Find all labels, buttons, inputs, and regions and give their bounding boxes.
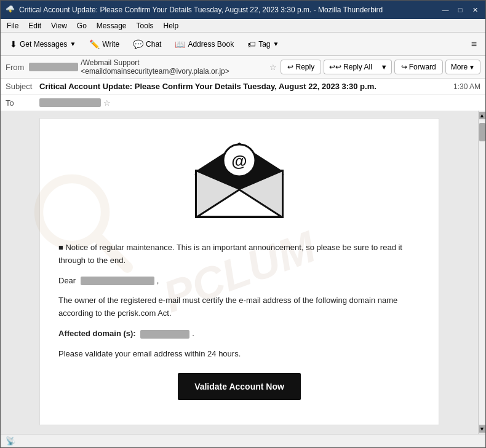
- email-icon-container: @ @: [58, 131, 420, 229]
- menu-help[interactable]: Help: [160, 20, 183, 31]
- close-button[interactable]: ✕: [469, 6, 480, 14]
- reply-button[interactable]: ↩ Reply: [281, 60, 321, 74]
- status-bar: 📡: [1, 434, 485, 447]
- email-inner-content: @ @ ■ Notice of regula: [58, 131, 420, 400]
- reply-icon: ↩: [287, 63, 293, 71]
- from-section: From /Webmail Support <emaildomainsecuri…: [6, 58, 277, 76]
- chat-button[interactable]: 💬 Chat: [127, 36, 167, 52]
- main-window: 🌩️ Critical Account Update: Please Confi…: [0, 0, 486, 448]
- minimize-button[interactable]: —: [440, 6, 451, 14]
- svg-text:@: @: [231, 152, 247, 170]
- tag-dropdown-icon[interactable]: ▼: [273, 41, 279, 47]
- menu-file[interactable]: File: [3, 20, 22, 31]
- email-envelope-icon: @ @: [190, 137, 289, 223]
- menu-view[interactable]: View: [47, 20, 71, 31]
- email-time: 1:30 AM: [453, 82, 480, 91]
- forward-icon: ↪: [401, 63, 407, 71]
- get-messages-icon: ⬇: [10, 39, 17, 49]
- forward-label: Forward: [409, 63, 436, 71]
- email-scroll-area[interactable]: PCLUM: [1, 111, 478, 434]
- tag-icon: 🏷: [247, 39, 256, 49]
- dear-text: Dear: [58, 276, 76, 285]
- connection-icon: 📡: [6, 436, 15, 446]
- get-messages-button[interactable]: ⬇ Get Messages ▼: [4, 36, 81, 52]
- scroll-track: [479, 120, 485, 424]
- subject-text: Critical Account Update: Please Confirm …: [39, 82, 453, 91]
- menu-edit[interactable]: Edit: [25, 20, 45, 31]
- subject-label: Subject: [6, 82, 39, 91]
- address-book-icon: 📖: [175, 39, 185, 49]
- menu-tools[interactable]: Tools: [133, 20, 157, 31]
- more-label: More: [451, 63, 468, 71]
- to-star-icon[interactable]: ☆: [103, 98, 111, 108]
- scrollbar[interactable]: ▲ ▼: [478, 111, 485, 434]
- app-icon: 🌩️: [6, 5, 15, 15]
- address-book-button[interactable]: 📖 Address Book: [169, 36, 239, 52]
- email-content-wrapper: PCLUM: [1, 111, 485, 434]
- write-button[interactable]: ✏️ Write: [84, 36, 125, 52]
- scroll-up-arrow[interactable]: ▲: [479, 112, 485, 119]
- dear-name-blurred: [81, 277, 154, 285]
- more-dropdown-icon: ▼: [469, 64, 475, 71]
- menu-go[interactable]: Go: [73, 20, 90, 31]
- window-controls: — □ ✕: [440, 6, 480, 14]
- notice-paragraph: ■ Notice of regular maintenance. This is…: [58, 242, 420, 267]
- write-label: Write: [102, 40, 119, 49]
- maximize-button[interactable]: □: [455, 6, 466, 14]
- email-body-text: ■ Notice of regular maintenance. This is…: [58, 242, 420, 400]
- title-bar: 🌩️ Critical Account Update: Please Confi…: [1, 1, 485, 19]
- menu-bar: File Edit View Go Message Tools Help: [1, 19, 485, 33]
- menu-message[interactable]: Message: [93, 20, 130, 31]
- hamburger-button[interactable]: ≡: [466, 36, 482, 52]
- sender-name-blurred: [29, 63, 78, 71]
- chat-label: Chat: [146, 40, 161, 49]
- affected-paragraph: Affected domain (s): .: [58, 328, 420, 340]
- validate-account-button[interactable]: Validate Account Now: [178, 373, 301, 400]
- email-body: PCLUM: [39, 118, 439, 425]
- from-label: From: [6, 63, 29, 72]
- to-row: To ☆: [1, 95, 485, 111]
- dear-paragraph: Dear ,: [58, 275, 420, 288]
- write-icon: ✏️: [89, 39, 100, 49]
- from-reply-row: From /Webmail Support <emaildomainsecuri…: [1, 56, 485, 79]
- sender-email: /Webmail Support <emaildomainsecuritytea…: [81, 58, 267, 76]
- more-button[interactable]: More ▼: [445, 60, 480, 74]
- subject-row: Subject Critical Account Update: Please …: [1, 79, 485, 95]
- reply-all-label: Reply All: [343, 63, 372, 71]
- to-address-blurred: [39, 98, 101, 107]
- scroll-down-arrow[interactable]: ▼: [479, 425, 485, 433]
- reply-label: Reply: [295, 63, 314, 71]
- chat-icon: 💬: [133, 39, 143, 49]
- forward-button[interactable]: ↪ Forward: [394, 60, 443, 74]
- get-messages-label: Get Messages: [20, 40, 67, 49]
- affected-domain-blurred: [140, 330, 189, 339]
- dropdown-arrow-icon[interactable]: ▼: [70, 41, 76, 47]
- reply-all-dropdown-button[interactable]: ▼: [377, 60, 392, 74]
- body-paragraph1: The owner of the registered e-mail must …: [58, 294, 420, 320]
- body-paragraph2: Please validate your email address withi…: [58, 348, 420, 361]
- tag-label: Tag: [258, 40, 270, 49]
- reply-all-group: ↩↩ Reply All ▼: [324, 60, 392, 74]
- reply-all-icon: ↩↩: [329, 63, 341, 71]
- window-title: Critical Account Update: Please Confirm …: [19, 6, 440, 14]
- reply-all-button[interactable]: ↩↩ Reply All: [324, 60, 377, 74]
- tag-button[interactable]: 🏷 Tag ▼: [242, 36, 284, 52]
- to-label: To: [6, 98, 39, 108]
- main-toolbar: ⬇ Get Messages ▼ ✏️ Write 💬 Chat 📖 Addre…: [1, 33, 485, 56]
- address-book-label: Address Book: [188, 40, 234, 49]
- reply-section: ↩ Reply ↩↩ Reply All ▼ ↪ Forward More ▼: [281, 60, 480, 74]
- scroll-thumb[interactable]: [479, 123, 485, 141]
- affected-label: Affected domain (s):: [58, 329, 136, 338]
- star-icon[interactable]: ☆: [269, 63, 277, 72]
